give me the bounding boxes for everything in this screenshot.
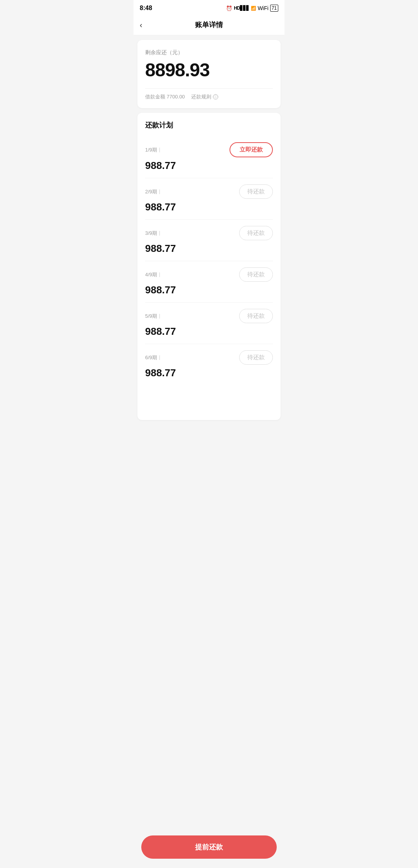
plan-period-2: 2/9期 — [145, 188, 160, 195]
plan-amount-5: 988.77 — [145, 326, 273, 338]
plan-period-5: 5/9期 — [145, 313, 160, 320]
remaining-label: 剩余应还（元） — [145, 49, 273, 56]
plan-item-3: 3/9期 待还款 988.77 — [145, 220, 273, 261]
summary-card: 剩余应还（元） 8898.93 借款金额 7700.00 还款规则 ⓘ — [137, 40, 281, 108]
period-divider — [159, 231, 160, 236]
pending-button-2: 待还款 — [239, 184, 273, 199]
plan-amount-1: 988.77 — [145, 160, 273, 172]
early-repay-button[interactable]: 提前还款 — [141, 835, 277, 859]
plan-item-header-6: 6/9期 待还款 — [145, 350, 273, 365]
plan-period-1: 1/9期 — [145, 146, 160, 153]
period-divider — [159, 314, 160, 319]
period-divider — [159, 355, 160, 360]
repay-rule-label: 还款规则 — [191, 93, 211, 100]
plan-item-header-3: 3/9期 待还款 — [145, 226, 273, 240]
repay-now-button[interactable]: 立即还款 — [230, 142, 273, 157]
plan-item-1: 1/9期 立即还款 988.77 — [145, 136, 273, 178]
plan-item-header-4: 4/9期 待还款 — [145, 267, 273, 282]
plan-amount-4: 988.77 — [145, 284, 273, 296]
plan-item-header-5: 5/9期 待还款 — [145, 309, 273, 323]
status-time: 8:48 — [140, 5, 152, 12]
bottom-bar: 提前还款 — [134, 831, 284, 868]
nav-bar: ‹ 账单详情 — [134, 15, 284, 35]
plan-amount-2: 988.77 — [145, 201, 273, 213]
plan-period-6: 6/9期 — [145, 354, 160, 361]
alarm-icon: ⏰ — [226, 5, 232, 11]
plan-items-list: 1/9期 立即还款 988.77 2/9期 待还款 988.77 3/9期 — [145, 136, 273, 385]
plan-item-header-1: 1/9期 立即还款 — [145, 142, 273, 157]
plan-amount-3: 988.77 — [145, 243, 273, 255]
page-title: 账单详情 — [195, 20, 223, 29]
signal-icon-2: 📶 — [251, 6, 256, 11]
battery-icon: 71 — [270, 5, 278, 12]
wifi-icon: WiFi — [258, 5, 269, 11]
plan-item-header-2: 2/9期 待还款 — [145, 184, 273, 199]
plan-amount-6: 988.77 — [145, 367, 273, 379]
period-divider — [159, 148, 160, 152]
status-bar: 8:48 ⏰ HD▋▋▋ 📶 WiFi 71 — [134, 0, 284, 15]
pending-button-3: 待还款 — [239, 226, 273, 240]
plan-period-4: 4/9期 — [145, 271, 160, 278]
pending-button-4: 待还款 — [239, 267, 273, 282]
status-icons: ⏰ HD▋▋▋ 📶 WiFi 71 — [226, 5, 278, 12]
plan-item-5: 5/9期 待还款 988.77 — [145, 303, 273, 344]
plan-item-2: 2/9期 待还款 988.77 — [145, 178, 273, 220]
loan-amount-label: 借款金额 7700.00 — [145, 93, 185, 100]
plan-item-6: 6/9期 待还款 988.77 — [145, 344, 273, 385]
remaining-amount: 8898.93 — [145, 59, 273, 81]
back-button[interactable]: ‹ — [140, 21, 142, 29]
plan-item-4: 4/9期 待还款 988.77 — [145, 261, 273, 303]
pending-button-5: 待还款 — [239, 309, 273, 323]
signal-icon: HD▋▋▋ — [234, 5, 249, 11]
repay-rule-button[interactable]: 还款规则 ⓘ — [191, 93, 218, 100]
loan-info: 借款金额 7700.00 还款规则 ⓘ — [145, 88, 273, 100]
info-icon: ⓘ — [213, 94, 218, 100]
plan-title: 还款计划 — [145, 121, 273, 130]
pending-button-6: 待还款 — [239, 350, 273, 365]
period-divider — [159, 189, 160, 194]
repayment-plan-section: 还款计划 1/9期 立即还款 988.77 2/9期 待还款 988.77 — [137, 113, 281, 420]
plan-period-3: 3/9期 — [145, 230, 160, 237]
period-divider — [159, 272, 160, 277]
